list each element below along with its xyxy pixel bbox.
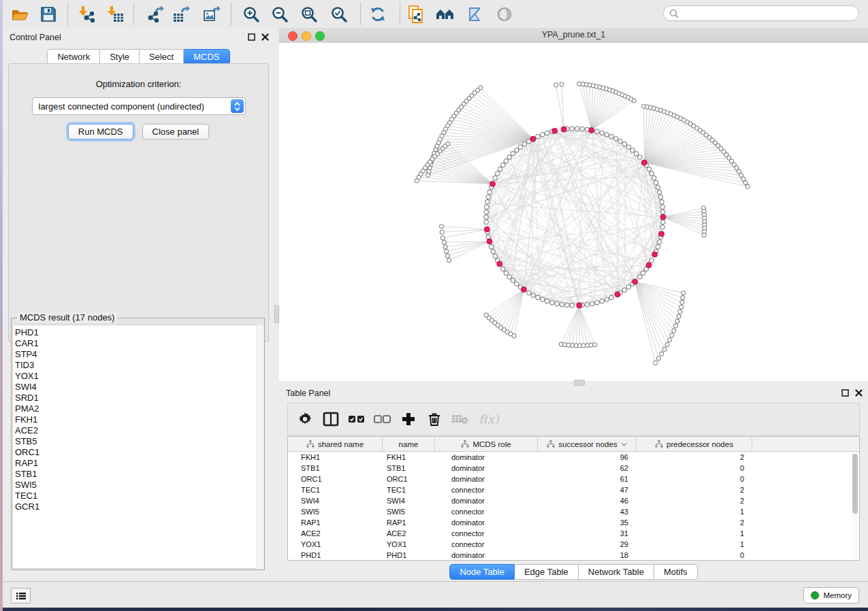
- sort-desc-icon: [621, 442, 627, 446]
- zoom-fit-icon[interactable]: [300, 5, 319, 24]
- tab-network[interactable]: Network: [47, 49, 100, 65]
- mcds-result-item[interactable]: SWI4: [15, 382, 263, 393]
- cell-role: dominator: [435, 551, 538, 559]
- show-panels-button[interactable]: [11, 588, 31, 604]
- toolbar-separator: [231, 3, 231, 25]
- delete-column-icon[interactable]: [421, 409, 447, 429]
- tab-network-table[interactable]: Network Table: [579, 564, 654, 580]
- cell-name: ACE2: [383, 529, 435, 538]
- import-network-icon[interactable]: [78, 5, 97, 24]
- export-image-icon[interactable]: [202, 5, 221, 24]
- column-header-predecessor-nodes[interactable]: predecessor nodes: [637, 437, 752, 451]
- table-row[interactable]: PHD1PHD1dominator180: [288, 550, 859, 561]
- toolbar-separator: [360, 3, 361, 25]
- mcds-result-item[interactable]: ORC1: [15, 447, 263, 458]
- memory-button[interactable]: Memory: [803, 587, 859, 604]
- export-table-icon[interactable]: [172, 5, 191, 24]
- search-field[interactable]: [663, 5, 859, 21]
- mcds-result-list[interactable]: PHD1CAR1STP4TID3YOX1SWI4SRD1PMA2FKH1ACE2…: [12, 325, 263, 569]
- close-panel-button[interactable]: Close panel: [142, 124, 210, 139]
- cell-predecessors: 2: [637, 453, 752, 461]
- satellite-nodes[interactable]: [415, 82, 750, 365]
- cell-predecessors: 0: [637, 475, 752, 483]
- table-row[interactable]: ACE2ACE2connector311: [288, 528, 859, 539]
- mcds-result-item[interactable]: ACE2: [15, 425, 263, 436]
- mcds-result-item[interactable]: TEC1: [15, 491, 263, 501]
- vertical-splitter[interactable]: [274, 28, 279, 582]
- table-row[interactable]: SWI4SWI4dominator462: [288, 495, 859, 506]
- table-row[interactable]: YOX1YOX1connector291: [288, 539, 859, 550]
- mcds-result-item[interactable]: RAP1: [15, 458, 263, 469]
- tab-style[interactable]: Style: [100, 49, 140, 65]
- float-table-panel-icon[interactable]: [841, 389, 849, 397]
- cell-shared_name: SWI5: [288, 508, 383, 516]
- cell-role: connector: [435, 508, 538, 516]
- column-header-shared-name[interactable]: shared name: [288, 437, 383, 451]
- splitter-grip[interactable]: [274, 306, 279, 323]
- deselect-all-icon[interactable]: [370, 409, 396, 429]
- mcds-result-item[interactable]: STB5: [15, 436, 263, 447]
- mcds-result-item[interactable]: YOX1: [15, 371, 263, 382]
- cell-name: TEC1: [383, 486, 435, 494]
- float-panel-icon[interactable]: [248, 33, 255, 41]
- memory-button-label: Memory: [823, 591, 852, 599]
- table-row[interactable]: RAP1RAP1dominator352: [288, 517, 859, 528]
- close-table-panel-icon[interactable]: [855, 389, 863, 397]
- search-network-icon[interactable]: [436, 5, 455, 24]
- table-row[interactable]: SWI5SWI5connector431: [288, 506, 859, 517]
- optimization-criterion-select[interactable]: largest connected component (undirected): [32, 97, 246, 115]
- hide-graphics-icon[interactable]: [465, 5, 484, 24]
- tab-motifs[interactable]: Motifs: [654, 564, 698, 580]
- column-header-MCDS-role[interactable]: MCDS role: [435, 437, 538, 451]
- network-file-icon[interactable]: [406, 5, 425, 24]
- mcds-list-scrollbar[interactable]: [257, 325, 263, 569]
- column-header-successor-nodes[interactable]: successor nodes: [538, 437, 637, 451]
- export-network-icon[interactable]: [146, 5, 165, 24]
- search-input[interactable]: [682, 8, 858, 19]
- zoom-selected-icon[interactable]: [329, 5, 349, 24]
- save-icon[interactable]: [39, 5, 58, 24]
- mcds-result-item[interactable]: STP4: [15, 349, 263, 360]
- table-scrollbar-thumb[interactable]: [852, 454, 858, 514]
- cell-role: dominator: [435, 497, 538, 505]
- horizontal-splitter-grip[interactable]: [574, 380, 585, 386]
- select-all-icon[interactable]: [344, 409, 370, 429]
- table-row[interactable]: TEC1TEC1connector472: [288, 484, 859, 495]
- tab-mcds[interactable]: MCDS: [184, 49, 229, 65]
- table-scrollbar[interactable]: [852, 452, 858, 559]
- mcds-result-item[interactable]: SRD1: [15, 393, 263, 403]
- split-view-icon[interactable]: [318, 409, 344, 429]
- mcds-result-item[interactable]: CAR1: [15, 338, 263, 349]
- refresh-icon[interactable]: [368, 5, 387, 24]
- zoom-out-icon[interactable]: [270, 5, 289, 24]
- zoom-in-icon[interactable]: [242, 5, 261, 24]
- table-settings-icon[interactable]: [292, 409, 318, 429]
- network-graph[interactable]: [279, 43, 868, 381]
- cell-predecessors: 1: [637, 529, 752, 538]
- mcds-result-item[interactable]: FKH1: [15, 414, 263, 425]
- mcds-result-item[interactable]: STB1: [15, 469, 263, 480]
- network-canvas[interactable]: [279, 43, 868, 381]
- open-folder-icon[interactable]: [10, 5, 29, 24]
- cell-name: SWI4: [383, 497, 435, 505]
- mcds-result-item[interactable]: PHD1: [15, 327, 263, 338]
- mcds-result-item[interactable]: PMA2: [15, 403, 263, 414]
- network-window-titlebar[interactable]: YPA_prune.txt_1: [279, 28, 868, 44]
- table-row[interactable]: FKH1FKH1dominator962: [288, 452, 859, 463]
- tab-edge-table[interactable]: Edge Table: [515, 564, 579, 580]
- table-row[interactable]: ORC1ORC1dominator610: [288, 474, 859, 484]
- add-column-icon[interactable]: [396, 409, 421, 429]
- run-mcds-button[interactable]: Run MCDS: [68, 124, 133, 139]
- tab-select[interactable]: Select: [140, 49, 184, 65]
- cell-name: STB1: [383, 464, 435, 472]
- mcds-result-item[interactable]: GCR1: [15, 501, 263, 512]
- column-header-name[interactable]: name: [383, 437, 435, 451]
- mcds-result-item[interactable]: SWI5: [15, 480, 263, 491]
- tab-node-table[interactable]: Node Table: [449, 564, 515, 580]
- mcds-result-item[interactable]: TID3: [15, 360, 263, 371]
- table-panel: Table Panel: [279, 384, 868, 582]
- mcds-tab-content: Optimization criterion: largest connecte…: [8, 63, 269, 342]
- close-panel-icon[interactable]: [261, 33, 269, 41]
- import-table-icon[interactable]: [106, 5, 125, 24]
- table-row[interactable]: STB1STB1dominator620: [288, 463, 859, 474]
